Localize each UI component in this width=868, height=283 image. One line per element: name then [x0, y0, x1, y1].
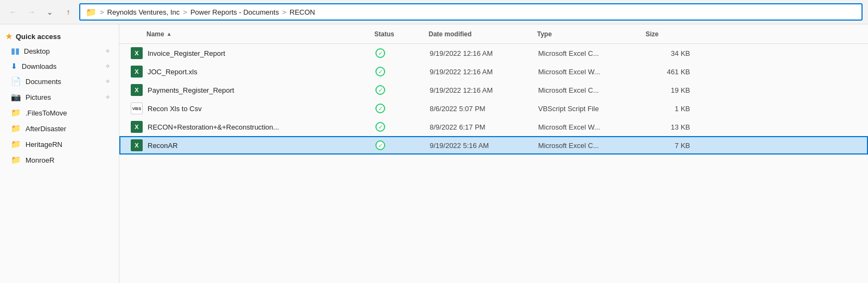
- file-date-modified: 9/19/2022 12:16 AM: [430, 49, 538, 57]
- heritagern-folder-icon: 📁: [11, 139, 21, 149]
- sidebar-item-filestomove-label: .FilesToMove: [25, 109, 67, 117]
- file-type: Microsoft Excel C...: [538, 49, 647, 57]
- table-row[interactable]: RECON+Restoration+&+Reconstruction...✓8/…: [119, 118, 868, 136]
- quick-access-header[interactable]: ★ Quick access: [0, 29, 119, 43]
- file-name: RECON+Restoration+&+Reconstruction...: [148, 123, 375, 131]
- file-size: 19 KB: [647, 86, 701, 94]
- up-button[interactable]: ↑: [61, 4, 76, 20]
- star-icon: ★: [5, 32, 12, 41]
- sidebar-item-afterdisaster[interactable]: 📁 AfterDisaster: [2, 121, 117, 136]
- file-type: Microsoft Excel C...: [538, 86, 647, 94]
- col-header-size[interactable]: Size: [646, 30, 700, 38]
- address-sep-2: >: [183, 8, 187, 16]
- file-status: ✓: [375, 104, 430, 113]
- file-date-modified: 9/19/2022 12:16 AM: [430, 68, 538, 76]
- col-header-status[interactable]: Status: [374, 30, 429, 38]
- pin-icon-downloads: ✧: [105, 63, 110, 70]
- table-row[interactable]: Payments_Register_Report✓9/19/2022 12:16…: [119, 81, 868, 99]
- address-bar-row: ← → ⌄ ↑ 📁 > Reynolds Ventures, Inc > Pow…: [0, 0, 868, 24]
- quick-access-label: Quick access: [16, 33, 61, 41]
- sidebar-item-pictures[interactable]: 📷 Pictures ✧: [2, 89, 117, 105]
- file-type: Microsoft Excel W...: [538, 123, 647, 131]
- desktop-folder-icon: ▮▮: [11, 46, 20, 56]
- sidebar-item-afterdisaster-label: AfterDisaster: [25, 125, 66, 133]
- sidebar-item-pictures-label: Pictures: [25, 93, 51, 101]
- file-icon-cell: [126, 139, 148, 151]
- table-row[interactable]: JOC_Report.xls✓9/19/2022 12:16 AMMicroso…: [119, 62, 868, 81]
- status-check-icon: ✓: [375, 85, 385, 95]
- pictures-icon: 📷: [11, 92, 21, 102]
- file-status: ✓: [375, 122, 430, 132]
- sidebar-item-downloads[interactable]: ⬇ Downloads ✧: [2, 59, 117, 73]
- address-part-1: Reynolds Ventures, Inc: [107, 8, 180, 16]
- filestomove-folder-icon: 📁: [11, 108, 21, 118]
- file-icon-cell: VBS: [126, 102, 148, 114]
- forward-button[interactable]: →: [24, 4, 39, 20]
- address-sep-1: >: [100, 8, 104, 16]
- pin-icon-documents: ✧: [105, 78, 110, 85]
- file-size: 1 KB: [647, 105, 701, 113]
- sidebar-item-heritagern-label: HeritageRN: [25, 140, 62, 149]
- status-check-icon: ✓: [375, 67, 385, 76]
- address-part-3: RECON: [290, 8, 315, 16]
- sidebar-item-heritagern[interactable]: 📁 HeritageRN: [2, 137, 117, 152]
- file-date-modified: 9/19/2022 5:16 AM: [430, 142, 538, 150]
- address-folder-icon: 📁: [86, 7, 97, 17]
- sidebar-item-monroer-label: MonroeR: [25, 156, 54, 164]
- sidebar-item-documents-label: Documents: [25, 78, 61, 86]
- address-box[interactable]: 📁 > Reynolds Ventures, Inc > Power Repor…: [79, 3, 863, 21]
- excel-icon: [131, 66, 143, 78]
- documents-icon: 📄: [11, 76, 21, 86]
- col-header-date[interactable]: Date modified: [429, 30, 537, 38]
- pin-icon-pictures: ✧: [105, 94, 110, 101]
- status-check-icon: ✓: [375, 48, 385, 58]
- monroer-folder-icon: 📁: [11, 155, 21, 165]
- file-date-modified: 8/9/2022 6:17 PM: [430, 123, 538, 131]
- vbs-icon: VBS: [131, 102, 143, 114]
- sidebar-item-desktop[interactable]: ▮▮ Desktop ✧: [2, 43, 117, 59]
- file-size: 34 KB: [647, 49, 701, 57]
- file-name: JOC_Report.xls: [148, 68, 375, 76]
- col-header-name[interactable]: Name ▲: [146, 30, 374, 38]
- table-row[interactable]: ReconAR✓9/19/2022 5:16 AMMicrosoft Excel…: [119, 136, 868, 155]
- file-status: ✓: [375, 67, 430, 76]
- file-type: VBScript Script File: [538, 105, 647, 113]
- sidebar-item-monroer[interactable]: 📁 MonroeR: [2, 152, 117, 168]
- back-button[interactable]: ←: [5, 4, 21, 20]
- file-size: 461 KB: [647, 68, 701, 76]
- file-type: Microsoft Excel C...: [538, 142, 647, 150]
- main-area: ★ Quick access ▮▮ Desktop ✧ ⬇ Downloads …: [0, 24, 868, 283]
- afterdisaster-folder-icon: 📁: [11, 124, 21, 133]
- downloads-icon: ⬇: [11, 62, 17, 70]
- status-check-icon: ✓: [375, 122, 385, 132]
- excel-icon: [131, 47, 143, 59]
- table-row[interactable]: VBSRecon Xls to Csv✓8/6/2022 5:07 PMVBSc…: [119, 99, 868, 118]
- file-status: ✓: [375, 140, 430, 150]
- address-part-2: Power Reports - Documents: [190, 8, 279, 16]
- file-icon-cell: [126, 84, 148, 96]
- recent-button[interactable]: ⌄: [42, 4, 58, 20]
- file-status: ✓: [375, 85, 430, 95]
- sidebar-item-filestomove[interactable]: 📁 .FilesToMove: [2, 105, 117, 120]
- status-check-icon: ✓: [375, 104, 385, 113]
- col-header-type[interactable]: Type: [537, 30, 646, 38]
- file-name: Recon Xls to Csv: [148, 105, 375, 113]
- column-header-row: Name ▲ Status Date modified Type Size: [119, 24, 868, 44]
- file-icon-cell: [126, 66, 148, 78]
- excel-icon: [131, 139, 143, 151]
- file-size: 13 KB: [647, 123, 701, 131]
- excel-icon: [131, 84, 143, 96]
- status-check-icon: ✓: [375, 140, 385, 150]
- address-sep-3: >: [282, 8, 286, 16]
- explorer-window: ← → ⌄ ↑ 📁 > Reynolds Ventures, Inc > Pow…: [0, 0, 868, 283]
- file-icon-cell: [126, 121, 148, 133]
- sidebar-item-documents[interactable]: 📄 Documents ✧: [2, 74, 117, 89]
- file-name: Payments_Register_Report: [148, 86, 375, 94]
- table-row[interactable]: Invoice_Register_Report✓9/19/2022 12:16 …: [119, 44, 868, 62]
- file-area: Name ▲ Status Date modified Type Size In…: [119, 24, 868, 283]
- file-status: ✓: [375, 48, 430, 58]
- file-name: Invoice_Register_Report: [148, 49, 375, 57]
- file-name: ReconAR: [148, 142, 375, 150]
- excel-icon: [131, 121, 143, 133]
- sort-arrow-name: ▲: [167, 31, 172, 37]
